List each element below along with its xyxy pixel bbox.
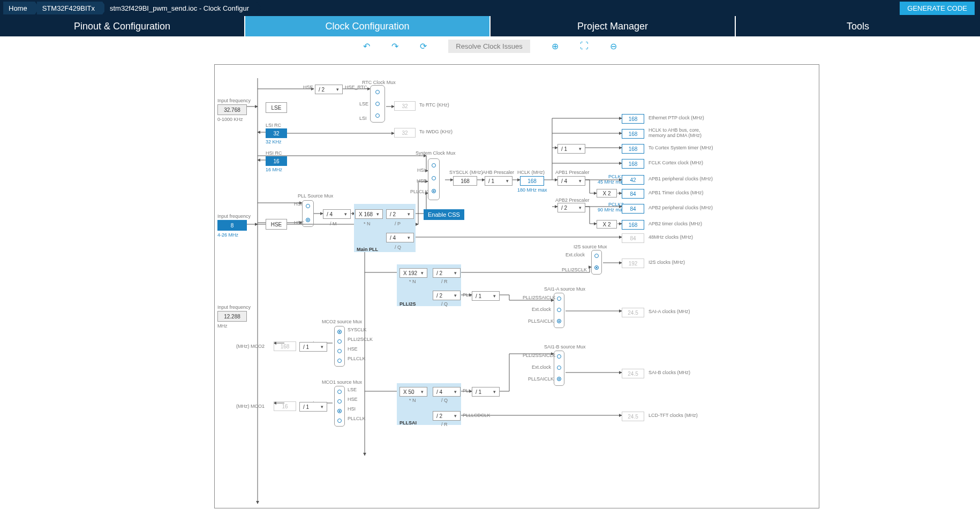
sai1b-ext: Ext.clock <box>532 364 551 370</box>
main-pll-title: Main PLL <box>357 247 378 252</box>
apb1-div[interactable]: / 4 <box>557 176 585 186</box>
i2smux-radio-ext[interactable] <box>594 254 599 258</box>
sysclk-lbl: SYSCLK (MHz) <box>449 170 483 175</box>
input-freq-1-value[interactable]: 32.768 <box>217 104 247 115</box>
zoom-out-icon[interactable]: ⊖ <box>610 41 617 51</box>
sai1a-r2[interactable] <box>557 308 561 312</box>
pllsrc-hsi: HSI <box>294 201 302 207</box>
mco2-r4[interactable] <box>337 359 342 363</box>
input-freq-1-range: 0-1000 KHz <box>217 117 243 122</box>
sysmux-radio-hsi[interactable] <box>432 163 436 168</box>
breadcrumb-mcu[interactable]: STM32F429BITx <box>37 2 102 14</box>
pllsai-q[interactable]: / 4 <box>433 387 461 397</box>
apb1-x2: X 2 <box>597 189 617 197</box>
plli2s-r-lbl: / R <box>441 279 448 284</box>
generate-code-button[interactable]: GENERATE CODE <box>900 2 975 15</box>
mco1-r4[interactable] <box>337 419 342 423</box>
sai1a-r3[interactable] <box>557 319 561 323</box>
rtc-radio-hse[interactable] <box>375 90 380 94</box>
mco2-r1[interactable] <box>337 330 342 334</box>
sysmux-radio-hse[interactable] <box>432 176 436 180</box>
i2smux-plli2s: PLLI2SCLK <box>562 267 587 272</box>
enable-css-button[interactable]: Enable CSS <box>424 209 464 220</box>
ahb-presc[interactable]: / 1 <box>485 176 512 186</box>
tab-project[interactable]: Project Manager <box>491 16 736 36</box>
undo-icon[interactable]: ↶ <box>363 41 370 51</box>
rtc-out-val: 32 <box>394 101 416 111</box>
pll-q[interactable]: / 4 <box>386 233 414 242</box>
mco2-body[interactable] <box>334 326 345 367</box>
mco2-r3[interactable] <box>337 349 342 353</box>
lsi-rc-label: LSI RC <box>266 123 281 128</box>
out-apb2tim-val: 168 <box>622 220 644 230</box>
sysmux-radio-pllclk[interactable] <box>432 189 436 193</box>
cortex-div[interactable]: / 1 <box>557 144 585 154</box>
clock-diagram-canvas[interactable]: Input frequency 32.768 0-1000 KHz Input … <box>214 64 819 508</box>
sai1b-body[interactable] <box>554 351 564 386</box>
plli2s-q[interactable]: / 2 <box>433 291 461 300</box>
zoom-in-icon[interactable]: ⊕ <box>552 41 559 51</box>
plli2s-q-lbl: / Q <box>441 301 448 307</box>
mco2-div[interactable]: / 1 <box>299 342 327 352</box>
sai1b-r1[interactable] <box>557 354 561 359</box>
rtc-mux[interactable] <box>370 85 385 123</box>
pll-p[interactable]: / 2 <box>386 209 414 219</box>
i2smux-body[interactable] <box>591 250 602 275</box>
sysmux-body[interactable] <box>428 158 440 200</box>
pllsaiq-div[interactable]: / 1 <box>472 387 500 397</box>
mco1-r3[interactable] <box>337 409 342 413</box>
apb2-div[interactable]: / 2 <box>557 203 585 212</box>
out-fclk-lbl: FCLK Cortex clock (MHz) <box>649 160 703 165</box>
mco2-title: MCO2 source Mux <box>322 319 362 324</box>
input-freq-2-value[interactable]: 8 <box>217 220 247 231</box>
rtc-hse-rtc: HSE_RTC <box>345 85 367 90</box>
reset-icon[interactable]: ⟳ <box>420 41 427 51</box>
rtc-radio-lsi[interactable] <box>375 113 380 118</box>
hclk-val[interactable]: 168 <box>520 176 544 186</box>
mco1-pllclk: PLLCLK <box>348 416 366 421</box>
pllsrc-radio-hse[interactable] <box>306 218 310 222</box>
mco2-pllclk: PLLCLK <box>348 356 366 361</box>
out-apb1tim-lbl: APB1 Timer clocks (MHz) <box>649 190 704 195</box>
tab-tools[interactable]: Tools <box>736 16 980 36</box>
plli2sqclk-div[interactable]: / 1 <box>472 291 500 301</box>
mco1-div[interactable]: / 1 <box>299 402 327 412</box>
sysmux-hsi: HSI <box>417 168 425 173</box>
pll-n[interactable]: X 168 <box>355 209 383 219</box>
tab-clock[interactable]: Clock Configuration <box>245 16 491 36</box>
pllsrc-mux[interactable] <box>302 200 314 227</box>
i2smux-radio-plli2s[interactable] <box>594 265 599 270</box>
redo-icon[interactable]: ↷ <box>391 41 398 51</box>
pllsai-r-lbl: / R <box>441 422 448 427</box>
mco1-title: MCO1 source Mux <box>322 379 362 385</box>
rtc-hse-div[interactable]: / 2 <box>315 85 343 94</box>
sai1a-title: SAI1-A source Mux <box>544 286 585 292</box>
pllsai-n[interactable]: X 50 <box>399 387 427 397</box>
mco1-r1[interactable] <box>337 390 342 394</box>
tab-pinout[interactable]: Pinout & Configuration <box>0 16 245 36</box>
fit-icon[interactable]: ⛶ <box>580 41 589 51</box>
plli2s-r[interactable]: / 2 <box>433 268 461 278</box>
pllsai-r[interactable]: / 2 <box>433 411 461 421</box>
pllsrc-radio-hsi[interactable] <box>306 204 310 208</box>
rtc-lse-lbl: LSE <box>359 101 368 107</box>
breadcrumb-home[interactable]: Home <box>3 2 35 14</box>
out-apb1tim-val: 84 <box>622 189 644 199</box>
input-freq-3-value[interactable]: 12.288 <box>217 311 247 322</box>
sai1a-r1[interactable] <box>557 296 561 301</box>
input-freq-2-range: 4-26 MHz <box>217 232 238 238</box>
resolve-issues-button[interactable]: Resolve Clock Issues <box>448 40 530 53</box>
mco1-r2[interactable] <box>337 399 342 404</box>
rtc-radio-lse[interactable] <box>375 102 380 106</box>
mco2-r2[interactable] <box>337 339 342 344</box>
out-eth-val: 168 <box>622 114 644 124</box>
sai1b-r2[interactable] <box>557 366 561 370</box>
pll-m[interactable]: / 4 <box>323 209 351 219</box>
mco1-body[interactable] <box>334 386 345 427</box>
plli2s-n[interactable]: X 192 <box>399 268 427 278</box>
sai1a-body[interactable] <box>554 293 564 328</box>
out-48m-val: 84 <box>622 233 644 243</box>
pll-m-lbl: / M <box>330 221 337 226</box>
sysmux-title: System Clock Mux <box>416 150 456 156</box>
sai1b-r3[interactable] <box>557 377 561 381</box>
